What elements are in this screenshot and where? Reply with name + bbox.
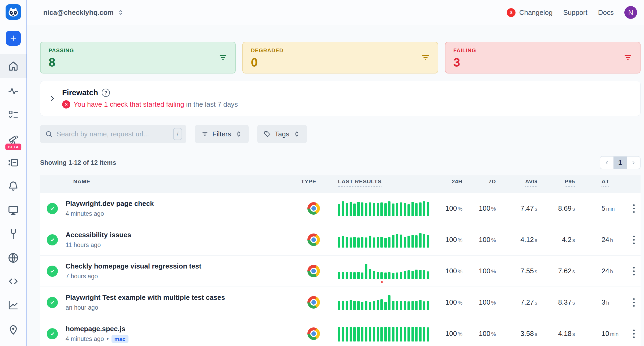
chrome-browser-icon [307, 233, 320, 246]
sidebar-item-api[interactable] [0, 246, 27, 270]
search-box[interactable]: / [40, 125, 186, 143]
result-bar [365, 326, 367, 341]
column-7d: 7D [462, 178, 496, 185]
result-bar [388, 232, 390, 248]
tag-icon [264, 130, 271, 138]
check-name[interactable]: Checkly homepage visual regression test [66, 262, 295, 270]
sidebar-item-monitoring[interactable] [0, 79, 27, 103]
failing-card[interactable]: FAILING 3 [445, 42, 641, 73]
result-bar [427, 201, 429, 216]
sidebar-item-browser-checks[interactable] [0, 198, 27, 222]
last-results-sparkline[interactable] [338, 295, 433, 310]
table-row[interactable]: Playwright Test example with multiple te… [40, 287, 641, 318]
filter-icon[interactable] [218, 53, 228, 62]
tags-label: Tags [275, 130, 289, 138]
prev-page-button[interactable] [600, 157, 613, 169]
result-bar [384, 201, 387, 216]
p95-duration: 8.69s [537, 204, 575, 213]
degraded-card[interactable]: DEGRADED 0 [242, 42, 438, 73]
user-avatar[interactable]: N [624, 6, 637, 19]
sidebar-item-private-locations[interactable] [0, 317, 27, 341]
status-passing-icon [47, 203, 58, 214]
check-tag-badge[interactable]: mac [111, 335, 128, 343]
check-interval: 24h [575, 236, 628, 244]
status-passing-icon [47, 297, 58, 308]
changelog-link[interactable]: Changelog [519, 8, 553, 17]
docs-link[interactable]: Docs [598, 8, 614, 17]
current-page-button[interactable]: 1 [613, 157, 627, 169]
table-row[interactable]: Checkly homepage visual regression test … [40, 256, 641, 287]
row-menu-button[interactable] [628, 298, 641, 307]
last-results-sparkline[interactable] [338, 263, 433, 279]
filters-button[interactable]: Filters [195, 125, 249, 143]
result-bar [377, 295, 379, 310]
sidebar-item-home[interactable] [0, 54, 27, 78]
check-interval: 24h [575, 267, 628, 275]
account-switcher[interactable]: nica@checklyhq.com [43, 8, 124, 17]
table-row[interactable]: Accessibility issues 11 hours ago 100% 1… [40, 224, 641, 256]
result-bar [346, 295, 348, 310]
next-page-button[interactable] [627, 157, 640, 169]
result-bar [427, 326, 429, 341]
result-bar [396, 263, 398, 279]
table-row[interactable]: Playwright.dev page check 4 minutes ago … [40, 193, 641, 224]
status-passing-icon [47, 266, 58, 277]
column-p95[interactable]: P95 [537, 178, 575, 185]
column-dt[interactable]: ΔT [575, 178, 628, 185]
chevron-left-icon [604, 160, 609, 165]
check-name[interactable]: Playwright Test example with multiple te… [66, 293, 295, 302]
filter-icon[interactable] [421, 53, 430, 62]
search-input[interactable] [57, 130, 169, 138]
row-menu-button[interactable] [628, 204, 641, 213]
column-last-results[interactable]: LAST RESULTS [332, 178, 433, 185]
result-bar [380, 326, 383, 341]
result-bar [357, 326, 360, 341]
column-avg[interactable]: AVG [496, 178, 537, 185]
check-interval: 3h [575, 298, 628, 306]
location-pin-icon [7, 323, 19, 335]
checklist-icon [7, 109, 19, 121]
sidebar-item-maintenance[interactable] [0, 222, 27, 246]
success-7d: 100% [462, 330, 496, 338]
check-name[interactable]: Playwright.dev page check [66, 200, 295, 208]
checkly-logo[interactable] [6, 4, 21, 20]
create-new-button[interactable] [6, 31, 21, 46]
table-row[interactable]: homepage.spec.js 4 minutes ago •mac 100%… [40, 318, 641, 346]
check-name[interactable]: homepage.spec.js [66, 325, 295, 333]
result-bar [419, 232, 422, 248]
row-menu-button[interactable] [628, 330, 641, 338]
check-name[interactable]: Accessibility issues [66, 231, 295, 239]
result-bar [342, 232, 344, 248]
result-bar [377, 326, 379, 341]
result-bar [404, 263, 406, 279]
sidebar-item-dashboards[interactable] [0, 293, 27, 317]
chevron-right-icon[interactable] [48, 94, 56, 102]
sidebar-item-snippets[interactable] [0, 269, 27, 293]
column-name[interactable]: NAME [40, 178, 295, 185]
chevron-right-icon [631, 160, 636, 165]
support-link[interactable]: Support [563, 8, 587, 17]
log-stream-icon [7, 157, 19, 169]
passing-card[interactable]: PASSING 8 [40, 42, 236, 73]
tags-button[interactable]: Tags [257, 125, 307, 143]
p95-duration: 8.37s [537, 298, 575, 306]
row-menu-button[interactable] [628, 236, 641, 244]
help-icon[interactable]: ? [102, 89, 110, 97]
result-bar [384, 263, 387, 279]
result-bar [369, 263, 371, 279]
filter-icon[interactable] [623, 53, 633, 62]
result-bar [350, 232, 352, 248]
result-bar [384, 295, 387, 310]
sidebar-item-alerts[interactable] [0, 174, 27, 198]
firewatch-alert-text: You have 1 check that started failing [74, 100, 184, 108]
last-results-sparkline[interactable] [338, 232, 433, 248]
beta-badge: BETA [5, 144, 21, 150]
sidebar-item-checks[interactable] [0, 103, 27, 127]
last-results-sparkline[interactable] [338, 201, 433, 216]
sidebar-item-logs[interactable] [0, 151, 27, 175]
last-results-sparkline[interactable] [338, 326, 433, 341]
row-menu-button[interactable] [628, 267, 641, 275]
result-bar [338, 295, 340, 310]
check-interval: 5min [575, 204, 628, 213]
result-bar [404, 295, 406, 310]
